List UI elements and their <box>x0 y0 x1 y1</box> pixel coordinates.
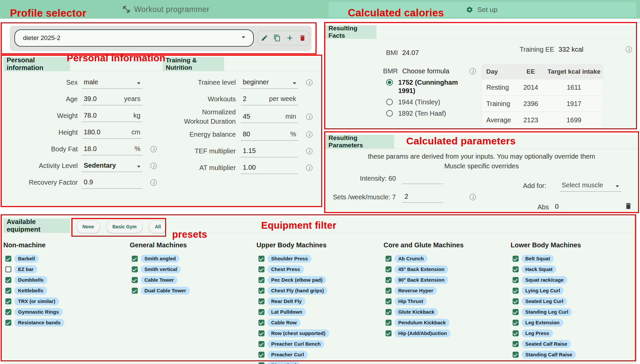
checkbox-checked-icon[interactable] <box>132 277 138 283</box>
checkbox-checked-icon[interactable] <box>386 330 392 336</box>
checkbox-checked-icon[interactable] <box>258 341 264 347</box>
checkbox-checked-icon[interactable] <box>132 288 138 294</box>
equipment-item-chest-fly-hand-grips[interactable]: Chest Fly (hand grips) <box>256 285 380 296</box>
workouts-input[interactable]: 2per week <box>241 93 298 105</box>
equipment-item-90-back-extension[interactable]: 90° Back Extension <box>384 275 507 285</box>
checkbox-checked-icon[interactable] <box>258 330 264 336</box>
preset-none-button[interactable]: None <box>76 220 100 233</box>
info-icon[interactable] <box>306 79 312 86</box>
tef-multiplier-input[interactable]: 1.15 <box>241 145 298 157</box>
equipment-item-glute-kickback[interactable]: Glute Kickback <box>384 307 507 317</box>
equipment-item-ez-bar[interactable]: EZ bar <box>3 264 127 275</box>
equipment-item-hack-squat[interactable]: Hack Squat <box>511 264 634 275</box>
checkbox-checked-icon[interactable] <box>258 277 264 283</box>
radio-option-1944-tinsley[interactable]: 1944 (Tinsley) <box>386 98 476 106</box>
equipment-item-smith-vertical[interactable]: Smith vertical <box>130 264 253 275</box>
info-icon[interactable] <box>306 114 312 120</box>
preset-basic-gym-button[interactable]: Basic Gym <box>106 220 142 233</box>
equipment-item-pendulum-kickback[interactable]: Pendulum Kickback <box>384 317 507 328</box>
checkbox-checked-icon[interactable] <box>258 309 264 315</box>
radio-option-1892-ten-haaf[interactable]: 1892 (Ten Haaf) <box>386 109 476 118</box>
weight-input[interactable]: 78.0kg <box>82 109 142 122</box>
intensity-input[interactable] <box>402 173 443 184</box>
equipment-item-row-chest-supported[interactable]: Row (chest supported) <box>256 328 380 339</box>
equipment-item-seated-leg-curl[interactable]: Seated Leg Curl <box>511 296 634 307</box>
radio-icon[interactable] <box>386 99 393 105</box>
checkbox-checked-icon[interactable] <box>258 288 264 294</box>
info-icon[interactable] <box>306 131 312 138</box>
equipment-item-kettlebells[interactable]: Kettlebells <box>3 285 127 296</box>
info-icon[interactable] <box>470 194 476 200</box>
edit-profile-button[interactable] <box>259 33 269 43</box>
equipment-item-seated-calf-raise[interactable]: Seated Calf Raise <box>511 339 634 349</box>
equipment-item-chest-press[interactable]: Chest Press <box>256 264 380 275</box>
preset-all-button[interactable]: All <box>149 220 167 233</box>
equipment-item-cable-tower[interactable]: Cable Tower <box>130 275 253 285</box>
equipment-item-trx-or-similar[interactable]: TRX (or similar) <box>3 296 127 307</box>
equipment-item-preacher-curl-bench[interactable]: Preacher Curl Bench <box>256 339 380 349</box>
equipment-item-ab-crunch[interactable]: Ab Crunch <box>384 253 507 264</box>
abs-input[interactable]: 0 <box>553 201 606 213</box>
equipment-item-leg-extension[interactable]: Leg Extension <box>511 317 634 328</box>
equipment-item-pec-deck-elbow-pad[interactable]: Pec Deck (elbow pad) <box>256 275 380 285</box>
setup-menu-item[interactable]: Set up <box>329 2 636 17</box>
checkbox-unchecked-icon[interactable] <box>5 266 11 272</box>
add-profile-button[interactable]: + <box>285 33 295 43</box>
equipment-item-preacher-curl[interactable]: Preacher Curl <box>256 349 380 360</box>
at-multiplier-input[interactable]: 1.00 <box>241 161 298 174</box>
equipment-item-squat-rack-cage[interactable]: Squat rack/cage <box>511 275 634 285</box>
checkbox-checked-icon[interactable] <box>5 298 11 304</box>
info-icon[interactable] <box>150 163 157 169</box>
trainee-level-select[interactable]: beginner <box>241 76 298 89</box>
info-icon[interactable] <box>150 179 157 186</box>
equipment-item-standing-leg-curl[interactable]: Standing Leg Curl <box>511 307 634 317</box>
equipment-item-lying-leg-curl[interactable]: Lying Leg Curl <box>511 285 634 296</box>
equipment-item-hip-add-abd-uction[interactable]: Hip (Add/Abd)uction <box>384 328 507 339</box>
equipment-item-hip-thrust[interactable]: Hip Thrust <box>384 296 507 307</box>
equipment-item-standing-calf-raise[interactable]: Standing Calf Raise <box>511 349 634 360</box>
checkbox-checked-icon[interactable] <box>386 298 392 304</box>
checkbox-checked-icon[interactable] <box>513 266 519 272</box>
checkbox-checked-icon[interactable] <box>5 320 11 326</box>
delete-override-button[interactable] <box>624 202 632 210</box>
select-muscle-dropdown[interactable]: Select muscle <box>560 180 621 192</box>
checkbox-checked-icon[interactable] <box>513 341 519 347</box>
delete-profile-button[interactable] <box>297 33 307 43</box>
normalized-workout-duration-input[interactable]: 45min <box>241 110 298 123</box>
sex-select[interactable]: male <box>82 76 142 89</box>
height-input[interactable]: 180.0cm <box>82 126 142 139</box>
info-icon[interactable] <box>306 148 312 154</box>
equipment-item-belt-squat[interactable]: Belt Squat <box>511 253 634 264</box>
checkbox-checked-icon[interactable] <box>513 288 519 294</box>
equipment-item-leg-press[interactable]: Leg Press <box>511 328 634 339</box>
checkbox-checked-icon[interactable] <box>386 277 392 283</box>
checkbox-checked-icon[interactable] <box>513 330 519 336</box>
energy-balance-input[interactable]: 80% <box>241 128 298 141</box>
checkbox-checked-icon[interactable] <box>386 309 392 315</box>
equipment-item-dual-cable-tower[interactable]: Dual Cable Tower <box>130 285 253 296</box>
checkbox-checked-icon[interactable] <box>258 256 264 262</box>
equipment-item-gymnastic-rings[interactable]: Gymnastic Rings <box>3 307 127 317</box>
checkbox-checked-icon[interactable] <box>386 320 392 326</box>
body-fat-input[interactable]: 18.0% <box>82 143 142 155</box>
checkbox-checked-icon[interactable] <box>386 288 392 294</box>
equipment-item-lat-pulldown[interactable]: Lat Pulldown <box>256 307 380 317</box>
checkbox-checked-icon[interactable] <box>258 352 264 358</box>
checkbox-checked-icon[interactable] <box>5 256 11 262</box>
radio-option-1752-cunningham-1991[interactable]: 1752 (Cunningham 1991) <box>386 78 476 95</box>
checkbox-checked-icon[interactable] <box>258 298 264 304</box>
info-icon[interactable] <box>150 146 157 152</box>
info-icon[interactable] <box>626 46 632 53</box>
equipment-item-reverse-hyper[interactable]: Reverse Hyper <box>384 285 507 296</box>
sets-input[interactable]: 2 <box>402 191 443 203</box>
checkbox-checked-icon[interactable] <box>513 320 519 326</box>
equipment-item-smith-angled[interactable]: Smith angled <box>130 253 253 264</box>
equipment-item-shoulder-press[interactable]: Shoulder Press <box>256 253 380 264</box>
checkbox-checked-icon[interactable] <box>258 320 264 326</box>
checkbox-checked-icon[interactable] <box>258 362 264 364</box>
recovery-factor-input[interactable]: 0.9 <box>82 176 142 189</box>
checkbox-checked-icon[interactable] <box>5 288 11 294</box>
checkbox-checked-icon[interactable] <box>513 277 519 283</box>
equipment-item-resistance-bands[interactable]: Resistance bands <box>3 317 127 328</box>
equipment-item-barbell[interactable]: Barbell <box>3 253 127 264</box>
